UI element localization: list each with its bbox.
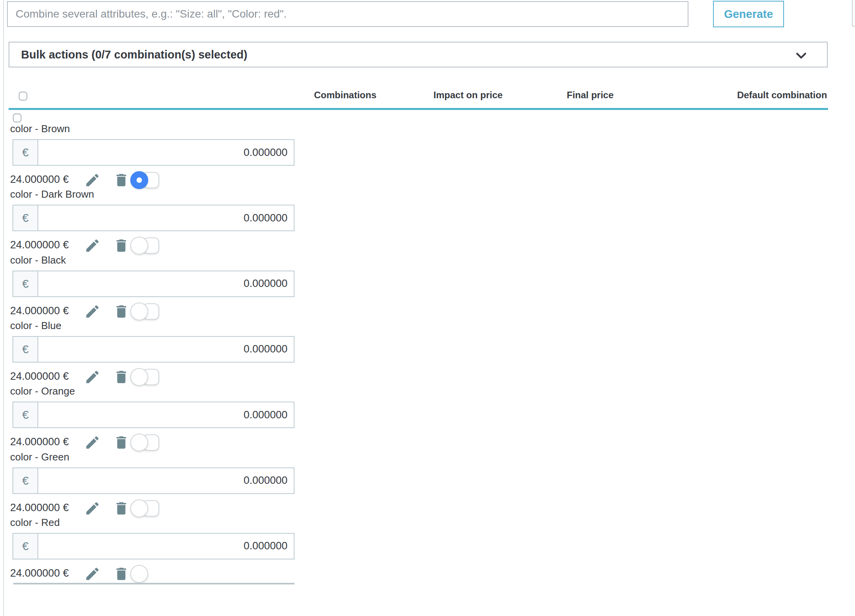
column-header-impact-on-price: Impact on price bbox=[433, 90, 502, 101]
combination-name: color - Dark Brown bbox=[10, 188, 94, 200]
impact-on-price-input[interactable] bbox=[38, 402, 294, 427]
pencil-icon bbox=[84, 566, 101, 582]
trash-icon bbox=[113, 566, 129, 582]
impact-on-price-input[interactable] bbox=[38, 271, 294, 296]
impact-on-price-field: € bbox=[12, 139, 294, 166]
table-bottom-divider bbox=[13, 583, 294, 584]
impact-on-price-input[interactable] bbox=[38, 337, 294, 362]
table-header-accent-line bbox=[9, 108, 828, 110]
currency-symbol: € bbox=[13, 468, 38, 493]
impact-on-price-input[interactable] bbox=[38, 534, 294, 559]
combine-attributes-input[interactable] bbox=[7, 1, 688, 27]
currency-symbol: € bbox=[13, 534, 38, 559]
impact-on-price-field: € bbox=[12, 205, 294, 231]
edit-button[interactable] bbox=[84, 566, 101, 582]
row-select-checkbox[interactable] bbox=[13, 113, 21, 122]
combination-name: color - Green bbox=[10, 451, 69, 463]
combination-name: color - Red bbox=[10, 517, 60, 529]
currency-symbol: € bbox=[13, 402, 38, 427]
adjacent-panel-corner bbox=[852, 0, 855, 27]
column-header-final-price: Final price bbox=[567, 90, 614, 101]
bulk-actions-dropdown[interactable]: Bulk actions (0/7 combination(s) selecte… bbox=[9, 42, 828, 67]
column-header-combinations: Combinations bbox=[314, 90, 376, 101]
combination-name: color - Black bbox=[10, 254, 66, 266]
impact-on-price-field: € bbox=[12, 467, 294, 494]
impact-on-price-field: € bbox=[12, 402, 294, 428]
impact-on-price-field: € bbox=[12, 336, 294, 363]
impact-on-price-input[interactable] bbox=[38, 468, 294, 493]
impact-on-price-input[interactable] bbox=[38, 140, 294, 165]
combination-name: color - Orange bbox=[10, 385, 75, 397]
currency-symbol: € bbox=[13, 140, 38, 165]
combination-name: color - Blue bbox=[10, 320, 62, 332]
impact-on-price-input[interactable] bbox=[38, 205, 294, 230]
select-all-checkbox[interactable] bbox=[19, 92, 27, 101]
currency-symbol: € bbox=[13, 205, 38, 230]
combination-name: color - Brown bbox=[10, 123, 70, 135]
combination-row: color - Red € 24.000000 € bbox=[0, 504, 855, 582]
impact-on-price-field: € bbox=[12, 533, 294, 559]
final-price-value: 24.000000 € bbox=[10, 565, 69, 582]
currency-symbol: € bbox=[13, 337, 38, 362]
default-combination-radio[interactable] bbox=[130, 565, 148, 583]
column-header-default-combination: Default combination bbox=[737, 90, 827, 101]
generate-button[interactable]: Generate bbox=[713, 1, 784, 27]
impact-on-price-field: € bbox=[12, 271, 294, 297]
currency-symbol: € bbox=[13, 271, 38, 296]
chevron-down-icon bbox=[794, 48, 808, 62]
bulk-actions-label: Bulk actions (0/7 combination(s) selecte… bbox=[9, 48, 247, 61]
delete-button[interactable] bbox=[113, 566, 129, 582]
